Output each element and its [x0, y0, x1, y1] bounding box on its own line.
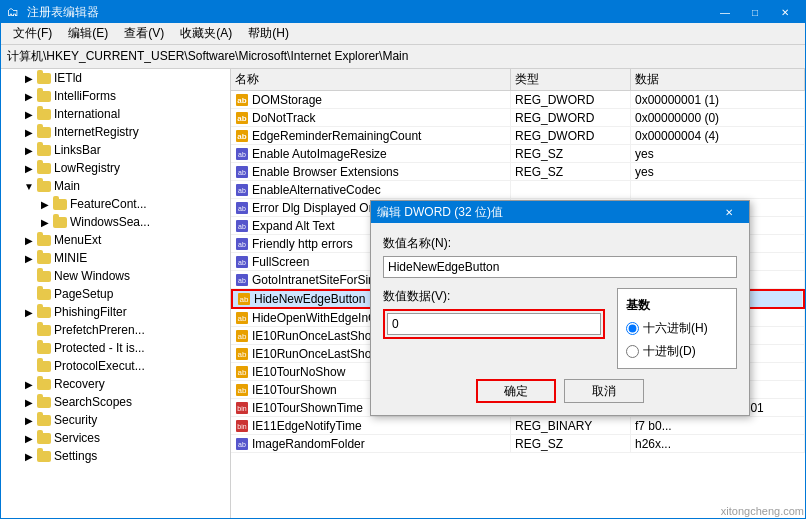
- table-row[interactable]: ab Enable Browser Extensions REG_SZ yes: [231, 163, 805, 181]
- maximize-button[interactable]: □: [741, 2, 769, 22]
- tree-arrow: ▶: [37, 199, 53, 210]
- menu-edit[interactable]: 编辑(E): [60, 23, 116, 44]
- row-type: [511, 181, 631, 198]
- tree-label: SearchScopes: [54, 395, 132, 409]
- tree-arrow: ▶: [21, 73, 37, 84]
- svg-text:ab: ab: [237, 132, 246, 141]
- close-button[interactable]: ✕: [771, 2, 799, 22]
- folder-icon: [37, 415, 51, 426]
- row-name: ab Enable Browser Extensions: [231, 163, 511, 180]
- menu-view[interactable]: 查看(V): [116, 23, 172, 44]
- hex-radio-label[interactable]: 十六进制(H): [626, 320, 728, 337]
- table-row[interactable]: ab ImageRandomFolder REG_SZ h26x...: [231, 435, 805, 453]
- dword-icon: ab: [235, 93, 249, 107]
- title-bar-controls: — □ ✕: [711, 2, 799, 22]
- svg-text:bin: bin: [237, 405, 246, 412]
- cancel-button[interactable]: 取消: [564, 379, 644, 403]
- table-row[interactable]: ab EdgeReminderRemainingCount REG_DWORD …: [231, 127, 805, 145]
- binary-icon: bin: [235, 419, 249, 433]
- svg-text:ab: ab: [238, 277, 246, 284]
- tree-item-ietld[interactable]: ▶ IETld: [1, 69, 230, 87]
- tree-item-protected[interactable]: Protected - It is...: [1, 339, 230, 357]
- table-row[interactable]: ab EnableAlternativeCodec: [231, 181, 805, 199]
- tree-label: PrefetchPreren...: [54, 323, 145, 337]
- tree-item-main[interactable]: ▼ Main: [1, 177, 230, 195]
- svg-text:ab: ab: [240, 295, 249, 304]
- menu-favorites[interactable]: 收藏夹(A): [172, 23, 240, 44]
- row-type: REG_DWORD: [511, 91, 631, 108]
- value-name-input[interactable]: [383, 256, 737, 278]
- column-header-name[interactable]: 名称: [231, 69, 511, 90]
- folder-icon: [37, 289, 51, 300]
- dialog-middle-row: 数值数据(V): 基数 十六进制(H) 十进制(D): [383, 288, 737, 369]
- tree-label: LowRegistry: [54, 161, 120, 175]
- tree-item-windowssea[interactable]: ▶ WindowsSea...: [1, 213, 230, 231]
- row-name: ab Enable AutoImageResize: [231, 145, 511, 162]
- table-row[interactable]: bin IE11EdgeNotifyTime REG_BINARY f7 b0.…: [231, 417, 805, 435]
- value-data-input[interactable]: [387, 313, 601, 335]
- svg-text:bin: bin: [237, 423, 246, 430]
- folder-icon: [37, 163, 51, 174]
- svg-text:ab: ab: [238, 314, 247, 323]
- menu-help[interactable]: 帮助(H): [240, 23, 297, 44]
- folder-icon: [37, 343, 51, 354]
- tree-label: WindowsSea...: [70, 215, 150, 229]
- table-row[interactable]: ab Enable AutoImageResize REG_SZ yes: [231, 145, 805, 163]
- base-label: 基数: [626, 297, 728, 314]
- tree-item-protocolexecut[interactable]: ProtocolExecut...: [1, 357, 230, 375]
- row-name: ab DOMStorage: [231, 91, 511, 108]
- tree-arrow: ▼: [21, 181, 37, 192]
- tree-item-settings[interactable]: ▶ Settings: [1, 447, 230, 465]
- tree-arrow: ▶: [21, 451, 37, 462]
- row-type: REG_SZ: [511, 163, 631, 180]
- app-icon: 🗂: [7, 4, 23, 20]
- svg-text:ab: ab: [238, 205, 246, 212]
- dialog-buttons: 确定 取消: [383, 379, 737, 403]
- decimal-radio-label[interactable]: 十进制(D): [626, 343, 728, 360]
- table-row[interactable]: ab DOMStorage REG_DWORD 0x00000001 (1): [231, 91, 805, 109]
- hex-radio[interactable]: [626, 322, 639, 335]
- tree-item-recovery[interactable]: ▶ Recovery: [1, 375, 230, 393]
- tree-item-minie[interactable]: ▶ MINIE: [1, 249, 230, 267]
- row-data: h26x...: [631, 435, 805, 452]
- folder-icon: [37, 181, 51, 192]
- row-type: REG_BINARY: [511, 417, 631, 434]
- tree-label: MenuExt: [54, 233, 101, 247]
- tree-label: International: [54, 107, 120, 121]
- row-type: REG_DWORD: [511, 127, 631, 144]
- menu-file[interactable]: 文件(F): [5, 23, 60, 44]
- minimize-button[interactable]: —: [711, 2, 739, 22]
- dialog-title-bar: 编辑 DWORD (32 位)值 ✕: [371, 201, 749, 223]
- tree-item-international[interactable]: ▶ International: [1, 105, 230, 123]
- tree-item-featurecont[interactable]: ▶ FeatureCont...: [1, 195, 230, 213]
- dialog-value-section: 数值数据(V):: [383, 288, 605, 369]
- tree-item-phishing[interactable]: ▶ PhishingFilter: [1, 303, 230, 321]
- tree-item-searchscopes[interactable]: ▶ SearchScopes: [1, 393, 230, 411]
- ok-button[interactable]: 确定: [476, 379, 556, 403]
- column-header-type[interactable]: 类型: [511, 69, 631, 90]
- row-data: yes: [631, 163, 805, 180]
- column-header-data[interactable]: 数据: [631, 69, 805, 90]
- row-data: 0x00000004 (4): [631, 127, 805, 144]
- folder-icon: [37, 91, 51, 102]
- folder-icon: [37, 73, 51, 84]
- folder-icon: [37, 235, 51, 246]
- tree-item-security[interactable]: ▶ Security: [1, 411, 230, 429]
- tree-item-menuext[interactable]: ▶ MenuExt: [1, 231, 230, 249]
- dword-icon: ab: [235, 365, 249, 379]
- decimal-radio[interactable]: [626, 345, 639, 358]
- dialog-close-button[interactable]: ✕: [715, 202, 743, 222]
- tree-label: FeatureCont...: [70, 197, 147, 211]
- tree-item-linksbar[interactable]: ▶ LinksBar: [1, 141, 230, 159]
- tree-arrow: ▶: [21, 145, 37, 156]
- tree-item-internetregistry[interactable]: ▶ InternetRegistry: [1, 123, 230, 141]
- tree-item-newwindows[interactable]: New Windows: [1, 267, 230, 285]
- tree-panel[interactable]: ▶ IETld ▶ IntelliForms ▶ International: [1, 69, 231, 518]
- tree-item-intelliforms[interactable]: ▶ IntelliForms: [1, 87, 230, 105]
- tree-item-prefetch[interactable]: PrefetchPreren...: [1, 321, 230, 339]
- tree-item-pagesetup[interactable]: PageSetup: [1, 285, 230, 303]
- tree-item-lowregistry[interactable]: ▶ LowRegistry: [1, 159, 230, 177]
- tree-item-services[interactable]: ▶ Services: [1, 429, 230, 447]
- table-row[interactable]: ab DoNotTrack REG_DWORD 0x00000000 (0): [231, 109, 805, 127]
- folder-icon: [53, 199, 67, 210]
